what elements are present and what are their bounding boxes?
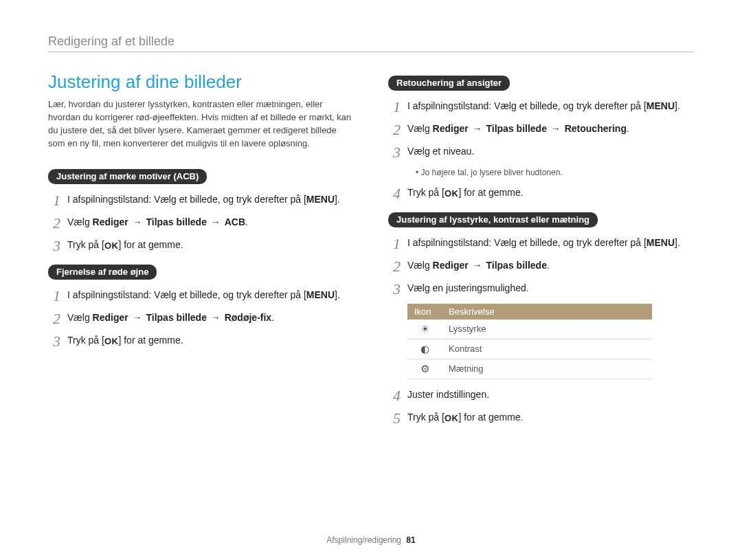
table-cell: Mætning	[442, 359, 652, 379]
text: Vælg	[407, 260, 433, 271]
steps-retouch: 1 I afspilningstilstand: Vælg et billede…	[388, 99, 694, 160]
page-footer: Afspilning/redigering 81	[0, 535, 742, 545]
arrow-icon: →	[210, 215, 222, 229]
arrow-icon: →	[550, 122, 562, 136]
content-columns: Justering af dine billeder Lær, hvordan …	[48, 71, 694, 433]
step: 3 Tryk på [OK] for at gemme.	[48, 238, 354, 254]
step: 1 I afspilningstilstand: Vælg et billede…	[388, 236, 694, 251]
footer-section: Afspilning/redigering	[326, 535, 401, 545]
step-text: Vælg Rediger → Tilpas billede → ACB.	[67, 215, 354, 229]
step-text: Vælg Rediger → Tilpas billede → Retouche…	[407, 122, 694, 136]
arrow-icon: →	[471, 258, 484, 273]
step-text: I afspilningstilstand: Vælg et billede, …	[407, 236, 694, 250]
text: Vælg	[407, 123, 433, 134]
left-column: Justering af dine billeder Lær, hvordan …	[48, 71, 354, 433]
step-number: 4	[388, 186, 401, 201]
step: 1 I afspilningstilstand: Vælg et billede…	[48, 192, 354, 208]
note: Jo højere tal, jo lysere bliver hudtonen…	[416, 167, 694, 179]
subheading-acb: Justering af mørke motiver (ACB)	[48, 169, 207, 184]
text: ] for at gemme.	[118, 335, 183, 346]
step: 5 Tryk på [OK] for at gemme.	[388, 410, 694, 426]
text: ].	[335, 194, 340, 205]
ok-icon: OK	[104, 335, 119, 348]
step: 2 Vælg Rediger → Tilpas billede → Rødøje…	[48, 311, 354, 326]
step-text: Tryk på [OK] for at gemme.	[67, 238, 354, 253]
steps-adjust: 1 I afspilningstilstand: Vælg et billede…	[388, 236, 694, 297]
steps-adjust-cont: 4 Juster indstillingen. 5 Tryk på [OK] f…	[388, 388, 694, 426]
step-number: 1	[48, 192, 60, 208]
table-header-icon: Ikon	[407, 304, 442, 320]
step-number: 3	[48, 238, 60, 254]
ok-icon: OK	[104, 239, 119, 253]
subheading-retouch: Retouchering af ansigter	[388, 76, 510, 91]
text: Tryk på [	[407, 412, 445, 423]
text: ] for at gemme.	[458, 187, 523, 198]
text: ].	[335, 289, 340, 300]
text: I afspilningstilstand: Vælg et billede, …	[407, 237, 647, 248]
text: ].	[675, 100, 680, 111]
path: Tilpas billede	[486, 260, 546, 271]
step-number: 2	[388, 122, 401, 137]
ok-icon: OK	[445, 187, 459, 201]
ok-icon: OK	[445, 412, 459, 425]
path: Tilpas billede	[486, 123, 546, 134]
subheading-redeye: Fjernelse af røde øjne	[48, 265, 157, 280]
subheading-adjust: Justering af lysstyrke, kontrast eller m…	[388, 212, 598, 227]
adjust-options-table: Ikon Beskrivelse ☀ Lysstyrke ◐ Kontrast …	[407, 304, 652, 379]
step: 1 I afspilningstilstand: Vælg et billede…	[388, 99, 694, 115]
path: Rediger	[93, 312, 128, 323]
contrast-icon: ◐	[407, 339, 442, 359]
menu-button-label: MENU	[306, 289, 335, 300]
step: 2 Vælg Rediger → Tilpas billede → Retouc…	[388, 122, 694, 137]
step: 3 Tryk på [OK] for at gemme.	[48, 333, 354, 349]
right-column: Retouchering af ansigter 1 I afspilnings…	[388, 71, 694, 433]
step-number: 4	[388, 388, 401, 403]
path: ACB	[225, 216, 245, 227]
text: Tryk på [	[407, 187, 445, 198]
step: 3 Vælg et niveau.	[388, 144, 694, 160]
step-text: Tryk på [OK] for at gemme.	[407, 410, 694, 425]
path: Tilpas billede	[146, 312, 206, 323]
step-text: Juster indstillingen.	[407, 388, 694, 402]
text: Tryk på [	[67, 239, 104, 250]
step: 4 Juster indstillingen.	[388, 388, 694, 403]
arrow-icon: →	[471, 122, 484, 136]
menu-button-label: MENU	[306, 194, 335, 205]
arrow-icon: →	[131, 215, 144, 229]
step-number: 3	[48, 333, 60, 349]
arrow-icon: →	[131, 311, 144, 325]
text: I afspilningstilstand: Vælg et billede, …	[407, 100, 647, 111]
intro-paragraph: Lær, hvordan du justerer lysstyrken, kon…	[48, 98, 354, 150]
menu-button-label: MENU	[647, 237, 675, 248]
saturation-icon: ⚙	[407, 359, 442, 379]
step-number: 2	[388, 258, 401, 274]
step-number: 2	[48, 215, 60, 231]
text: Vælg	[67, 312, 93, 323]
table-row: ◐ Kontrast	[407, 339, 652, 359]
step: 2 Vælg Rediger → Tilpas billede → ACB.	[48, 215, 354, 231]
path: Rediger	[93, 216, 128, 227]
step-text: Vælg Rediger → Tilpas billede.	[407, 258, 694, 273]
text: ] for at gemme.	[118, 239, 183, 250]
path: Rediger	[433, 123, 469, 134]
arrow-icon: →	[210, 311, 222, 325]
text: I afspilningstilstand: Vælg et billede, …	[67, 194, 306, 205]
step-text: Vælg Rediger → Tilpas billede → Rødøje-f…	[67, 311, 354, 325]
text: I afspilningstilstand: Vælg et billede, …	[67, 289, 306, 300]
text: Vælg	[67, 216, 93, 227]
steps-retouch-cont: 4 Tryk på [OK] for at gemme.	[388, 186, 694, 201]
step-text: Tryk på [OK] for at gemme.	[407, 186, 694, 201]
text: ] for at gemme.	[458, 412, 523, 423]
page-number: 81	[406, 535, 415, 545]
path: Rødøje-fix	[225, 312, 271, 323]
text: Tryk på [	[67, 335, 104, 346]
step: 2 Vælg Rediger → Tilpas billede.	[388, 258, 694, 274]
step-text: Tryk på [OK] for at gemme.	[67, 333, 354, 348]
step-number: 1	[388, 236, 401, 251]
step-number: 2	[48, 311, 60, 326]
menu-button-label: MENU	[647, 100, 675, 111]
section-title: Justering af dine billeder	[48, 71, 354, 93]
table-row: ☀ Lysstyrke	[407, 320, 652, 339]
step: 4 Tryk på [OK] for at gemme.	[388, 186, 694, 201]
path: Retouchering	[565, 123, 627, 134]
